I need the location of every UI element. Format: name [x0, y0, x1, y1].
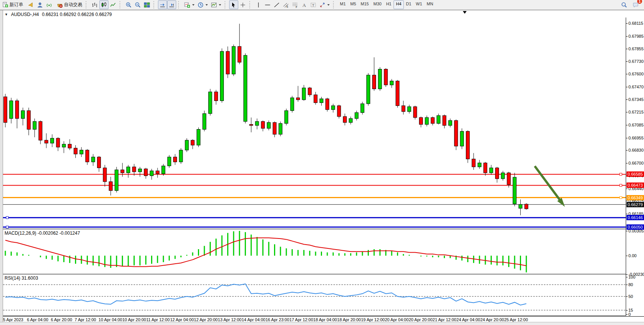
- zoom-out-button[interactable]: [133, 0, 142, 9]
- periods-button[interactable]: [196, 0, 209, 9]
- candle-body-53: [314, 95, 317, 103]
- toolbar-separator: [333, 1, 336, 8]
- chart-title: ▼ AUDUSD-,H4 0.66231 0.66292 0.66226 0.6…: [5, 12, 112, 17]
- candle-body-69: [408, 107, 411, 112]
- time-label-19: 24 Apr 04:00: [456, 317, 480, 322]
- channel-button[interactable]: E: [281, 0, 290, 9]
- rsi-tick-50: 50: [628, 294, 633, 299]
- time-label-6: 11 Apr 12:00: [146, 317, 170, 322]
- notifications-button[interactable]: 1: [631, 0, 640, 9]
- candle-body-10: [62, 144, 65, 147]
- timeframe-m1-button[interactable]: M1: [338, 0, 348, 9]
- cursor-button[interactable]: [229, 0, 238, 9]
- label-button[interactable]: T: [309, 0, 318, 9]
- zoom-in-button[interactable]: [124, 0, 133, 9]
- crosshair-button[interactable]: [238, 0, 247, 9]
- axis-tick-mark: [626, 201, 628, 201]
- candle-body-86: [507, 173, 510, 185]
- price-tick-0.67470: 0.67470: [628, 85, 644, 89]
- level-handle[interactable]: [6, 226, 8, 228]
- svg-text:A: A: [303, 2, 306, 8]
- search-button[interactable]: [620, 0, 629, 9]
- candle-body-75: [443, 115, 446, 125]
- price-axis[interactable]: 0.681150.679850.678550.677300.676000.674…: [626, 18, 644, 316]
- rsi-label: RSI(14) 31.6003: [5, 275, 38, 281]
- candle-body-11: [68, 144, 72, 148]
- signals-button[interactable]: [45, 0, 54, 9]
- candle-body-78: [460, 131, 464, 146]
- trendline-button[interactable]: [272, 0, 281, 9]
- chart-title-caret-icon[interactable]: ▼: [5, 13, 8, 16]
- window-bottom-strip: [0, 322, 644, 325]
- timeframe-m5-button[interactable]: M5: [348, 0, 358, 9]
- chart-shift-button[interactable]: [167, 0, 176, 9]
- text-button[interactable]: A: [300, 0, 309, 9]
- candle-body-8: [51, 138, 54, 143]
- horizontal-line-button[interactable]: [263, 0, 272, 9]
- candle-body-74: [437, 115, 440, 123]
- candle-body-21: [126, 167, 130, 173]
- line-chart-button[interactable]: [108, 0, 118, 9]
- level-handle[interactable]: [620, 197, 622, 199]
- price-tick-0.67600: 0.67600: [628, 72, 644, 76]
- candle-body-6: [39, 122, 42, 140]
- chart-shift-icon: [169, 2, 175, 8]
- autotrading-icon: [57, 2, 63, 8]
- timeframe-m30-button[interactable]: M30: [371, 0, 384, 9]
- timeframe-m15-button[interactable]: M15: [359, 0, 371, 9]
- candle-body-67: [396, 81, 399, 106]
- price-tick-0.66955: 0.66955: [628, 136, 644, 140]
- bar-chart-button[interactable]: [90, 0, 99, 9]
- tile-windows-button[interactable]: [142, 0, 151, 9]
- periods-button-dropdown-icon[interactable]: [206, 4, 208, 6]
- candle-body-32: [191, 140, 194, 145]
- fibonacci-button[interactable]: F: [290, 0, 300, 9]
- candle-body-26: [156, 171, 159, 174]
- timeframe-d1-button[interactable]: D1: [404, 0, 414, 9]
- price-badge-0.66146: 0.66146: [626, 215, 644, 220]
- chart-left-gutter: [0, 10, 3, 322]
- autotrading-button-label: 自动交易: [64, 2, 82, 8]
- new-order-button[interactable]: 新订单: [1, 0, 25, 9]
- chart-window[interactable]: ▼ AUDUSD-,H4 0.66231 0.66292 0.66226 0.6…: [0, 10, 644, 322]
- level-handle[interactable]: [620, 173, 622, 175]
- timeframe-w1-button[interactable]: W1: [414, 0, 425, 9]
- level-handle[interactable]: [620, 184, 622, 186]
- candle-body-3: [21, 110, 25, 118]
- candle-body-33: [197, 130, 200, 145]
- indicators-button[interactable]: [183, 0, 196, 9]
- candle-body-64: [378, 69, 382, 89]
- candle-body-48: [285, 110, 288, 123]
- timeframe-h4-button[interactable]: H4: [394, 0, 403, 9]
- cursor-icon: [231, 2, 237, 8]
- rsi-tick-100: 100: [628, 275, 635, 279]
- time-label-13: 18 Apr 04:00: [313, 317, 337, 322]
- axis-tick-mark: [626, 285, 628, 285]
- vertical-line-button[interactable]: [254, 0, 263, 9]
- arrows-button[interactable]: [318, 0, 331, 9]
- arrows-button-dropdown-icon[interactable]: [327, 4, 330, 6]
- candle-body-1: [10, 101, 13, 118]
- community-button[interactable]: [35, 0, 45, 9]
- time-label-2: 6 Apr 20:00: [51, 317, 72, 322]
- axis-tick-mark: [626, 61, 628, 62]
- chart-plot-area[interactable]: MACD(12,26,9) -0.002062 -0.001247RSI(14)…: [3, 18, 626, 316]
- timeframe-h1-button[interactable]: H1: [384, 0, 394, 9]
- alerts-button[interactable]: [26, 0, 35, 9]
- price-badge-0.66349: 0.66349: [626, 195, 644, 200]
- price-shift-marker[interactable]: [463, 11, 467, 14]
- svg-text:E: E: [287, 5, 289, 8]
- auto-scroll-button[interactable]: [158, 0, 167, 9]
- timeframe-mn-button[interactable]: MN: [424, 0, 435, 9]
- templates-button[interactable]: [209, 0, 223, 9]
- level-handle[interactable]: [6, 216, 8, 219]
- candle-body-7: [45, 140, 48, 143]
- candlestick-chart-button[interactable]: [99, 0, 108, 9]
- indicators-button-dropdown-icon[interactable]: [192, 4, 194, 6]
- auto-scroll-icon: [159, 2, 166, 8]
- candle-body-27: [162, 166, 165, 174]
- axis-tick-mark: [626, 256, 628, 256]
- autotrading-button[interactable]: 自动交易: [55, 0, 84, 9]
- candle-body-89: [524, 204, 528, 209]
- templates-button-dropdown-icon[interactable]: [219, 4, 221, 6]
